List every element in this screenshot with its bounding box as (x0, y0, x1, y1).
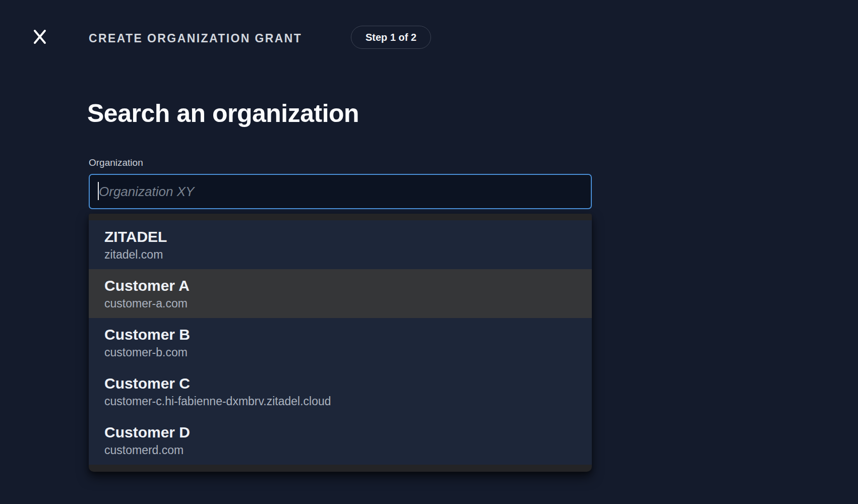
organization-option-domain: customer-c.hi-fabienne-dxmbrv.zitadel.cl… (104, 394, 580, 409)
organization-option-domain: customer-a.com (104, 296, 580, 311)
organization-option-domain: zitadel.com (104, 247, 580, 263)
organization-option-domain: customerd.com (104, 443, 580, 458)
organization-option-name: Customer C (104, 373, 580, 394)
organization-search-input[interactable] (89, 174, 592, 209)
organization-option[interactable]: ZITADEL zitadel.com (89, 220, 592, 269)
page-heading: Search an organization (87, 99, 359, 128)
organization-option[interactable]: Customer B customer-b.com (89, 318, 592, 367)
close-button[interactable] (29, 26, 50, 47)
organization-option[interactable]: Customer C customer-c.hi-fabienne-dxmbrv… (89, 367, 592, 416)
organization-option-name: Customer B (104, 325, 580, 345)
organization-field-label: Organization (89, 157, 143, 168)
text-cursor (98, 182, 99, 200)
organization-autocomplete-panel: ZITADEL zitadel.com Customer A customer-… (89, 214, 592, 472)
close-icon (32, 29, 48, 45)
organization-option[interactable]: Customer D customerd.com (89, 416, 592, 465)
organization-option-name: Customer D (104, 422, 580, 443)
step-badge: Step 1 of 2 (351, 26, 431, 49)
dialog-title: CREATE ORGANIZATION GRANT (89, 32, 302, 45)
organization-option-name: Customer A (104, 276, 580, 296)
organization-option-name: ZITADEL (104, 227, 580, 247)
organization-option-domain: customer-b.com (104, 345, 580, 360)
organization-option[interactable]: Customer A customer-a.com (89, 269, 592, 318)
